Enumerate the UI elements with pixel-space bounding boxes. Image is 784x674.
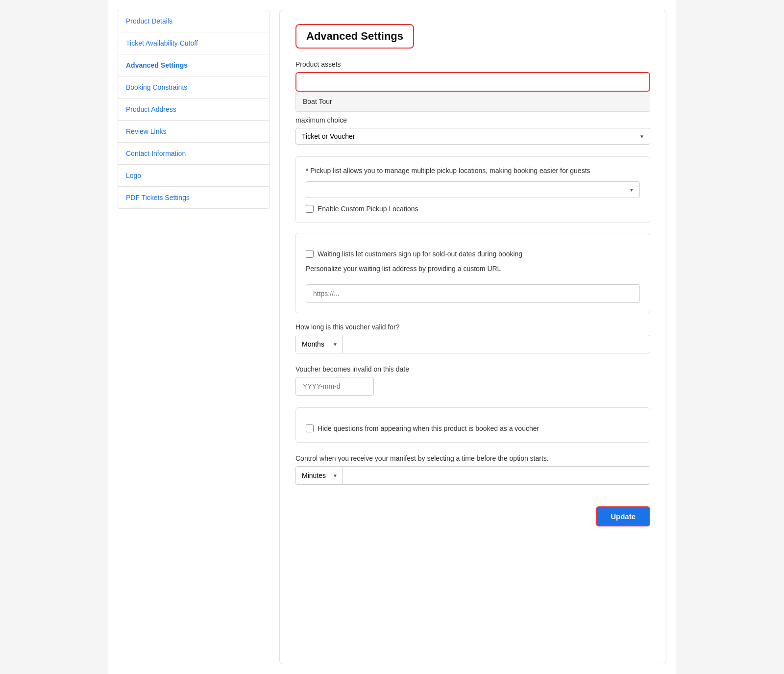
hide-questions-row: Hide questions from appearing when this … [306, 424, 640, 432]
voucher-invalid-date-input[interactable] [295, 377, 374, 396]
maximum-choice-section: maximum choice Ticket or Voucher Ticket … [295, 116, 650, 145]
voucher-unit-select[interactable]: Minutes Hours Days Weeks Months Years [296, 335, 343, 353]
pickup-select-wrapper [306, 181, 640, 198]
waiting-list-url-label: Personalize your waiting list address by… [306, 265, 640, 273]
manifest-timing-row: Minutes Hours Days 30 [295, 466, 650, 485]
waiting-list-url-input[interactable] [306, 284, 640, 303]
sidebar-item-advanced-settings[interactable]: Advanced Settings [118, 54, 270, 76]
maximum-choice-select-wrapper: Ticket or Voucher Ticket Voucher [295, 128, 650, 145]
waiting-list-label[interactable]: Waiting lists let customers sign up for … [318, 250, 522, 258]
enable-custom-pickup-label[interactable]: Enable Custom Pickup Locations [318, 205, 418, 213]
sidebar-item-booking-constraints[interactable]: Booking Constraints [118, 76, 270, 98]
autocomplete-dropdown: Boat Tour [295, 92, 650, 112]
hide-questions-checkbox[interactable] [306, 424, 314, 432]
product-assets-label: Product assets [295, 60, 650, 68]
waiting-list-checkbox-row: Waiting lists let customers sign up for … [306, 250, 640, 258]
voucher-validity-label: How long is this voucher valid for? [295, 323, 650, 331]
product-assets-wrapper: Boat Tour [295, 72, 650, 92]
maximum-choice-label: maximum choice [295, 116, 650, 124]
manifest-unit-select[interactable]: Minutes Hours Days [296, 467, 343, 484]
voucher-validity-row: Minutes Hours Days Weeks Months Years 3 [295, 335, 650, 353]
product-assets-input[interactable] [295, 72, 650, 92]
sidebar: Product Details Ticket Availability Cuto… [118, 10, 270, 664]
pickup-section: * Pickup list allows you to manage multi… [295, 156, 650, 223]
manifest-unit-select-wrapper: Minutes Hours Days [296, 467, 343, 484]
pickup-info-text: * Pickup list allows you to manage multi… [306, 167, 640, 175]
voucher-invalid-date-section: Voucher becomes invalid on this date [295, 365, 650, 396]
update-button[interactable]: Update [596, 506, 650, 526]
sidebar-item-review-links[interactable]: Review Links [118, 120, 270, 142]
enable-custom-pickup-row: Enable Custom Pickup Locations [306, 205, 640, 213]
hide-questions-section: Hide questions from appearing when this … [295, 407, 650, 443]
manifest-section: Control when you receive your manifest b… [295, 454, 650, 485]
sidebar-item-product-address[interactable]: Product Address [118, 98, 270, 120]
manifest-value-input[interactable]: 30 [343, 467, 650, 484]
sidebar-item-contact-information[interactable]: Contact Information [118, 142, 270, 164]
voucher-unit-select-wrapper: Minutes Hours Days Weeks Months Years [296, 335, 343, 353]
waiting-list-checkbox[interactable] [306, 250, 314, 258]
page-title: Advanced Settings [295, 24, 414, 49]
sidebar-item-product-details[interactable]: Product Details [118, 10, 270, 32]
voucher-value-input[interactable]: 3 [343, 335, 650, 353]
manifest-label: Control when you receive your manifest b… [295, 454, 650, 462]
pickup-select[interactable] [306, 181, 640, 198]
sidebar-item-pdf-tickets-settings[interactable]: PDF Tickets Settings [118, 186, 270, 209]
hide-questions-label[interactable]: Hide questions from appearing when this … [318, 424, 539, 432]
main-content: Advanced Settings Product assets Boat To… [279, 10, 666, 664]
product-assets-section: Product assets Boat Tour [295, 60, 650, 92]
sidebar-item-ticket-availability-cutoff[interactable]: Ticket Availability Cutoff [118, 32, 270, 54]
voucher-validity-section: How long is this voucher valid for? Minu… [295, 323, 650, 353]
enable-custom-pickup-checkbox[interactable] [306, 205, 314, 213]
maximum-choice-select[interactable]: Ticket or Voucher Ticket Voucher [295, 128, 650, 145]
autocomplete-item-boat-tour[interactable]: Boat Tour [296, 92, 650, 111]
sidebar-item-logo[interactable]: Logo [118, 164, 270, 186]
waiting-list-section: Waiting lists let customers sign up for … [295, 233, 650, 313]
voucher-invalid-date-label: Voucher becomes invalid on this date [295, 365, 650, 373]
